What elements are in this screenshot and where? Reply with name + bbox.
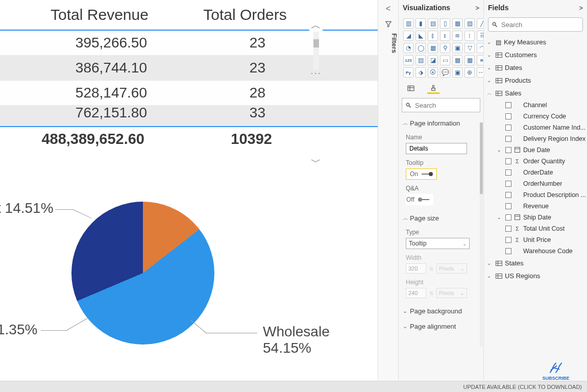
section-page-alignment[interactable]: ⌄ Page alignment [399,318,483,334]
field-checkbox[interactable] [505,158,511,164]
scroll-up-icon[interactable]: ︿ [309,18,323,32]
field-ship-date[interactable]: ⌄Ship Date [497,212,587,223]
table-node-states[interactable]: ⌄States [487,257,587,270]
100-stacked-bar-icon[interactable]: ▦ [452,18,462,29]
update-available-link[interactable]: UPDATE AVAILABLE (CLICK TO DOWNLOAD) [463,384,582,390]
expand-filters-icon[interactable]: < [378,0,398,13]
field-checkbox[interactable] [505,203,511,209]
slicer-icon[interactable]: ▭ [440,55,450,65]
height-unit-select[interactable]: Pixels⌄ [436,288,467,298]
field-total-unit-cost[interactable]: ΣTotal Unit Cost [497,223,587,234]
field-warehouse-code[interactable]: Warehouse Code [497,246,587,257]
stacked-bar-icon[interactable]: ▥ [403,18,413,29]
scatter-icon[interactable]: ⠿ [477,31,484,41]
scroll-down-icon[interactable]: ﹀ [309,155,323,168]
qa-toggle[interactable]: Off [406,194,433,205]
col-header-orders[interactable]: Total Orders [179,6,311,23]
treemap-icon[interactable]: ▦ [428,43,438,53]
fields-tab[interactable] [405,83,417,94]
page-name-input[interactable] [406,143,467,154]
table-scrollbar[interactable]: ︿ ··· ﹀ [309,18,327,172]
pie-graphic[interactable] [71,202,214,345]
table-visual-icon[interactable]: ▦ [452,55,462,65]
python-visual-icon[interactable]: Py [403,67,413,78]
field-checkbox[interactable] [505,226,511,232]
width-input[interactable] [406,263,426,274]
table-node-products[interactable]: ⌄Products [487,74,587,87]
field-checkbox[interactable] [505,102,511,108]
gauge-icon[interactable]: ◠ [477,43,484,53]
scroll-thumb[interactable] [480,122,483,194]
field-checkbox[interactable] [505,125,511,131]
filters-pane-collapsed[interactable]: < Filters [378,0,399,380]
field-checkbox[interactable] [505,181,511,187]
width-unit-select[interactable]: Pixels⌄ [436,263,467,274]
arcgis-icon[interactable]: ⊕ [464,67,475,78]
section-page-size[interactable]: ︿ Page size [399,210,483,226]
clustered-column-icon[interactable]: ▯ [440,18,450,29]
collapse-fields-icon[interactable]: > [579,4,583,12]
donut-chart-icon[interactable]: ◯ [415,43,426,53]
field-checkbox[interactable] [505,147,511,153]
field-checkbox[interactable] [505,237,511,243]
table-node-dates[interactable]: ⌄Dates [487,61,587,74]
line-column-icon[interactable]: ⫿ [428,31,438,41]
funnel-icon[interactable]: ▽ [464,43,475,53]
fields-search-input[interactable]: 🔍︎ [488,17,583,32]
100-stacked-column-icon[interactable]: ▧ [464,18,475,29]
card-icon[interactable]: 123 [403,55,413,65]
matrix-icon[interactable]: ▦ [464,55,475,65]
stacked-column-icon[interactable]: ▮ [415,18,426,29]
field-channel[interactable]: Channel [497,100,587,111]
field-checkbox[interactable] [505,169,511,176]
paginated-report-icon[interactable]: ▣ [452,67,462,78]
waterfall-icon[interactable]: ⫶ [464,31,475,41]
section-page-information[interactable]: ︿ Page information [399,115,483,131]
field-customer-name-ind-[interactable]: Customer Name Ind... [497,122,587,133]
format-search-field[interactable] [415,102,484,109]
section-page-background[interactable]: ⌄ Page background [399,303,483,318]
get-more-visuals-icon[interactable]: ⋯ [477,67,484,78]
col-header-revenue[interactable]: Total Revenue [20,6,179,23]
decomposition-tree-icon[interactable]: ⦿ [428,67,438,78]
ribbon-chart-icon[interactable]: ≋ [452,31,462,41]
tooltip-toggle[interactable]: On [406,168,437,180]
multi-row-card-icon[interactable]: ▤ [415,55,426,65]
viz-pane-scrollbar[interactable] [480,122,483,347]
field-revenue[interactable]: Revenue [497,201,587,212]
status-bar[interactable]: UPDATE AVAILABLE (CLICK TO DOWNLOAD) [0,381,587,392]
field-orderdate[interactable]: OrderDate [497,167,587,178]
table-node-customers[interactable]: ⌄Customers [487,48,587,61]
height-input[interactable] [406,288,426,298]
filled-map-icon[interactable]: ▣ [452,43,462,53]
clustered-bar-icon[interactable]: ▤ [428,18,438,29]
kpi-icon[interactable]: ◪ [428,55,438,65]
field-checkbox[interactable] [505,192,511,198]
field-order-quantity[interactable]: ΣOrder Quantity [497,156,587,167]
fields-search-field[interactable] [501,21,587,29]
key-influencers-icon[interactable]: ⬗ [415,67,426,78]
field-checkbox[interactable] [505,113,511,119]
scroll-thumb[interactable] [313,39,319,47]
r-visual-icon[interactable]: R [477,55,484,65]
map-icon[interactable]: ⚲ [440,43,450,53]
area-chart-icon[interactable]: ◢ [403,31,413,41]
field-due-date[interactable]: ⌄Due Date [497,144,587,156]
format-search-input[interactable]: 🔍︎ [402,98,480,112]
field-product-description-[interactable]: Product Description ... [497,189,587,201]
field-unit-price[interactable]: ΣUnit Price [497,234,587,246]
stacked-area-icon[interactable]: ◣ [415,31,426,41]
field-currency-code[interactable]: Currency Code [497,111,587,122]
scroll-track[interactable] [313,32,319,70]
field-ordernumber[interactable]: OrderNumber [497,178,587,189]
table-node-sales[interactable]: ︿Sales [487,87,587,100]
field-checkbox[interactable] [505,248,511,254]
field-delivery-region-index[interactable]: Delivery Region Index [497,133,587,144]
pie-chart[interactable]: t 14.51% 1.35% Wholesale 54.15% [0,195,378,380]
line-chart-icon[interactable]: ╱ [477,18,484,29]
field-checkbox[interactable] [505,214,511,220]
line-clustered-column-icon[interactable]: ⫾ [440,31,450,41]
page-size-type-select[interactable]: Tooltip ⌄ [406,238,470,249]
format-tab[interactable] [427,83,439,94]
field-checkbox[interactable] [505,136,511,142]
